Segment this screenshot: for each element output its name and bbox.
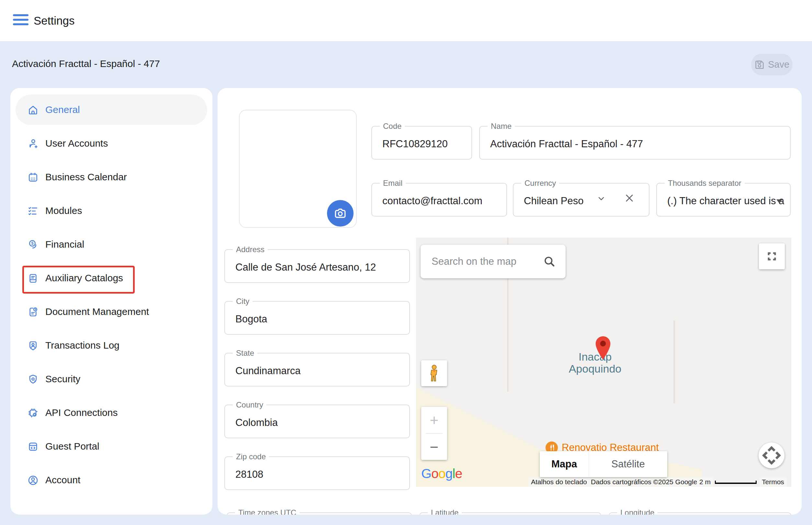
thousands-separator-select[interactable]: Thousands separator (.) The character us… [656, 183, 791, 216]
zoom-out-button[interactable]: − [421, 434, 447, 460]
timezone-field[interactable]: Time zones UTC [227, 512, 412, 515]
map-marker-icon[interactable] [595, 336, 611, 360]
city-field[interactable]: City Bogota [224, 301, 410, 335]
map-zoom-control: + − [421, 407, 447, 460]
security-shield-icon [27, 374, 39, 385]
zip-code-field[interactable]: Zip code 28108 [224, 456, 410, 490]
thousands-separator-caret-icon[interactable] [777, 199, 782, 203]
sidebar-item-api-connections[interactable]: API Connections [16, 397, 207, 428]
google-map[interactable]: Inacap Apoquindo Renovatio Restaurant Ma… [416, 238, 791, 487]
svg-text:$: $ [31, 241, 33, 246]
code-value: RFC10829120 [382, 138, 448, 150]
state-label: State [233, 349, 257, 358]
sidebar-item-general[interactable]: General [16, 94, 207, 125]
settings-page: Settings [0, 0, 812, 525]
longitude-label: Longitude [617, 508, 658, 515]
city-value: Bogota [235, 313, 267, 325]
address-label: Address [233, 245, 268, 254]
country-label: Country [233, 400, 266, 409]
menu-icon[interactable] [13, 14, 29, 27]
country-field[interactable]: Country Colombia [224, 405, 410, 438]
upload-photo-button[interactable] [327, 200, 354, 227]
keyboard-shortcuts-link[interactable]: Atalhos do teclado [528, 477, 590, 487]
map-search-box[interactable] [420, 245, 566, 279]
map-data-attribution: Dados cartográficos ©2025 Google [588, 477, 700, 487]
zip-code-value: 28108 [235, 469, 263, 480]
modules-checklist-icon [27, 205, 39, 217]
city-label: City [233, 297, 253, 306]
sidebar-item-guest-portal[interactable]: Guest Portal [16, 431, 207, 462]
camera-icon [333, 206, 348, 221]
country-value: Colombia [235, 417, 278, 429]
user-accounts-icon [27, 138, 39, 150]
sidebar-item-document-management[interactable]: Document Management [16, 297, 207, 327]
currency-value: Chilean Peso [524, 195, 584, 207]
home-icon [27, 104, 39, 116]
thousands-separator-value: (.) The character used is a p [667, 195, 787, 207]
zoom-in-button[interactable]: + [421, 407, 447, 433]
latitude-label: Latitude [428, 508, 462, 515]
map-fullscreen-button[interactable] [759, 243, 785, 269]
page-title: Settings [34, 14, 74, 27]
pegman-icon [428, 364, 441, 382]
sidebar-item-business-calendar[interactable]: Business Calendar [16, 162, 207, 192]
email-value: contacto@fracttal.com [382, 195, 483, 207]
auxiliary-catalogs-icon [27, 272, 39, 284]
address-value: Calle de San José Artesano, 12 [235, 261, 376, 273]
state-value: Cundinamarca [235, 365, 301, 377]
save-floppy-icon [754, 60, 765, 70]
state-field[interactable]: State Cundinamarca [224, 353, 410, 387]
sidebar-item-financial[interactable]: $ Financial [16, 229, 207, 259]
map-road [674, 320, 675, 403]
latitude-field[interactable]: Latitude [419, 512, 601, 515]
map-scale-label: 2 m [697, 477, 713, 487]
map-scale-bar [715, 481, 757, 484]
document-management-icon [27, 306, 39, 318]
api-chip-icon [27, 407, 39, 419]
save-label: Save [768, 59, 789, 70]
sidebar-item-modules[interactable]: Modules [16, 195, 207, 226]
name-field[interactable]: Name Activación Fracttal - Español - 477 [479, 126, 791, 160]
map-attribution: Atalhos do teclado Dados cartográficos ©… [416, 477, 791, 487]
zip-code-label: Zip code [233, 452, 269, 461]
email-label: Email [380, 179, 406, 188]
code-label: Code [380, 122, 405, 131]
financial-coin-icon: $ [27, 239, 39, 251]
pan-arrows-icon [758, 442, 784, 468]
map-type-control: Mapa Satélite [540, 451, 667, 477]
name-label: Name [488, 122, 515, 131]
map-search-input[interactable] [431, 256, 538, 267]
sidebar-item-auxiliary-catalogs[interactable]: Auxiliary Catalogs [16, 263, 207, 293]
top-bar: Settings [0, 0, 812, 41]
fullscreen-icon [764, 249, 779, 264]
sidebar-item-account[interactable]: Account [16, 465, 207, 495]
sidebar-item-user-accounts[interactable]: User Accounts [16, 128, 207, 159]
address-field[interactable]: Address Calle de San José Artesano, 12 [224, 249, 410, 283]
breadcrumb-title: Activación Fracttal - Español - 477 [12, 58, 160, 69]
email-field[interactable]: Email contacto@fracttal.com [371, 183, 507, 216]
terms-link[interactable]: Termos [759, 477, 787, 487]
timezone-label: Time zones UTC [235, 508, 299, 515]
map-type-satellite-button[interactable]: Satélite [589, 451, 667, 477]
currency-chevron-down-icon[interactable] [596, 193, 607, 204]
currency-clear-icon[interactable] [623, 192, 636, 205]
sidebar-item-transactions-log[interactable]: Transactions Log [16, 330, 207, 361]
map-pan-control[interactable] [758, 442, 784, 468]
transactions-log-icon [27, 340, 39, 351]
guest-portal-icon [27, 441, 39, 452]
code-field[interactable]: Code RFC10829120 [371, 126, 472, 160]
currency-label: Currency [521, 179, 559, 188]
settings-sidebar: General User Accounts Business Calendar [10, 88, 212, 515]
thousands-separator-label: Thousands separator [665, 179, 745, 188]
calendar-icon [27, 171, 39, 183]
account-person-icon [27, 475, 39, 486]
sidebar-item-security[interactable]: Security [16, 364, 207, 394]
general-settings-panel: Code RFC10829120 Name Activación Fractta… [218, 88, 802, 515]
name-value: Activación Fracttal - Español - 477 [490, 138, 643, 150]
map-type-map-button[interactable]: Mapa [540, 451, 589, 477]
street-view-pegman[interactable] [421, 360, 447, 386]
search-icon[interactable] [542, 254, 557, 269]
save-button[interactable]: Save [751, 54, 793, 75]
longitude-field[interactable]: Longitude [609, 512, 791, 515]
